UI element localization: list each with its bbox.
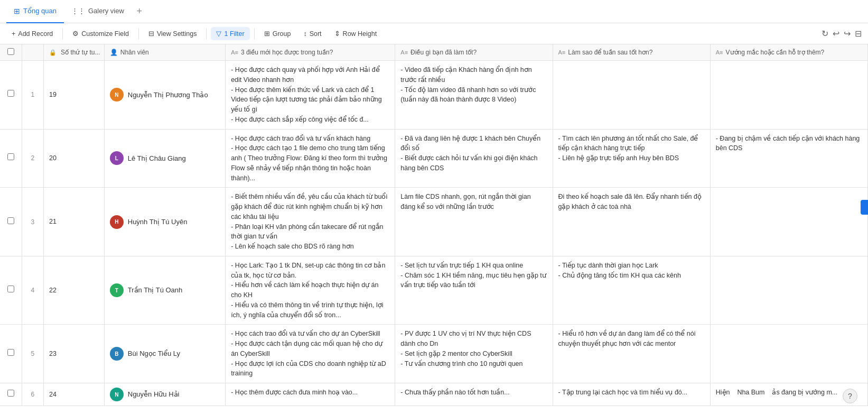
group-label: Group: [273, 30, 291, 38]
row-checkbox-cell: [0, 188, 22, 256]
nhan-vien-header: 👤 Nhân viên: [104, 44, 225, 61]
person-name: Lê Thị Châu Giang: [128, 153, 186, 164]
person-cell: HHuỳnh Thị Tú Uyên: [104, 188, 225, 256]
table-row: 624NNguyễn Hữu Hải- Học thêm được cách đ…: [0, 383, 868, 406]
text-icon-4: A≡: [716, 49, 723, 56]
row-checkbox[interactable]: [7, 90, 14, 97]
avatar: B: [110, 347, 124, 361]
add-record-button[interactable]: + Add Record: [6, 27, 58, 40]
row-checkbox-cell: [0, 61, 22, 130]
row-checkbox[interactable]: [7, 153, 14, 160]
undo-icon[interactable]: ↩: [833, 29, 839, 39]
row-checkbox[interactable]: [7, 286, 14, 292]
stt-header: 🔒 Số thứ tự tu...: [44, 44, 105, 61]
table-row: 321HHuỳnh Thị Tú Uyên- Biết thêm nhiều v…: [0, 188, 868, 256]
3-dieu-cell: - Học Lark: Tạo 1 tk DN, set-up các thôn…: [226, 256, 395, 325]
person-cell: NNguyễn Hữu Hải: [104, 383, 225, 406]
more-icon[interactable]: ⊟: [855, 29, 862, 39]
dieu-gi-cell: - Chưa thấy phần nào tốt hơn tuần...: [395, 383, 553, 406]
3-dieu-cell: - Học được cách trao đổi và tư vấn khách…: [226, 129, 395, 188]
table-header-row: 🔒 Số thứ tự tu... 👤 Nhân viên A≡ 3 điều …: [0, 44, 868, 61]
dieu-gi-cell: - Đã và đang liên hệ được 1 khách bên Ch…: [395, 129, 553, 188]
customize-field-label: Customize Field: [81, 30, 129, 38]
row-number: 6: [22, 383, 43, 406]
row-checkbox-cell: [0, 325, 22, 383]
toolbar-right: ↻ ↩ ↪ ⊟: [822, 29, 862, 39]
row-checkbox[interactable]: [7, 349, 14, 356]
dieu-gi-cell: - Set lịch tư vấn trực tiếp 1 KH qua onl…: [395, 256, 553, 325]
group-icon: ⊞: [264, 30, 270, 38]
vuong-mac-cell: [710, 61, 867, 130]
row-checkbox-cell: [0, 129, 22, 188]
table-row: 523BBùi Ngọc Tiểu Ly- Học cách trao đổi …: [0, 325, 868, 383]
row-checkbox-cell: [0, 256, 22, 325]
toolbar: + Add Record ⚙ Customize Field ⊟ View Se…: [0, 23, 868, 44]
id-cell: 21: [44, 188, 105, 256]
person-name: Bùi Ngọc Tiểu Ly: [128, 348, 180, 359]
id-cell: 22: [44, 256, 105, 325]
avatar: N: [110, 88, 124, 102]
text-icon-2: A≡: [400, 49, 408, 56]
lam-sao-cell: [553, 61, 710, 130]
dieu-gi-header: A≡ Điều gì bạn đã làm tốt?: [395, 44, 553, 61]
redo-icon[interactable]: ↪: [844, 29, 851, 39]
lam-sao-cell: - Tập trung lại cách học và tìm hiểu vụ …: [553, 383, 710, 406]
person-cell: TTrần Thị Tú Oanh: [104, 256, 225, 325]
vuong-mac-cell: [710, 188, 867, 256]
row-number: 1: [22, 61, 43, 130]
grid-icon: ⊞: [14, 7, 20, 15]
checkbox-header[interactable]: [0, 44, 22, 61]
row-checkbox[interactable]: [7, 390, 14, 397]
tab-tong-quan-label: Tổng quan: [23, 7, 57, 15]
row-height-button[interactable]: ⇕ Row Height: [329, 27, 382, 40]
avatar: N: [110, 388, 124, 401]
3-dieu-cell: - Học cách trao đổi và tư vấn cho dự án …: [226, 325, 395, 383]
filter-button[interactable]: ▽ 1 Filter: [211, 27, 249, 40]
add-tab-button[interactable]: +: [132, 4, 147, 20]
tab-galery-view[interactable]: ⋮⋮ Galery view: [64, 0, 132, 23]
select-all-checkbox[interactable]: [7, 48, 14, 55]
add-record-label: Add Record: [18, 30, 53, 38]
id-cell: 20: [44, 129, 105, 188]
row-height-label: Row Height: [343, 30, 377, 38]
lam-sao-cell: - Tìm cách lên phương án tốt nhất cho Sa…: [553, 129, 710, 188]
table-row: 119NNguyễn Thị Phương Thảo- Học được các…: [0, 61, 868, 130]
grid4-icon: ⋮⋮: [71, 7, 85, 15]
group-button[interactable]: ⊞ Group: [259, 27, 296, 40]
dieu-gi-cell: - PV được 1 UV cho vị trí NV thực hiện C…: [395, 325, 553, 383]
lam-sao-cell: - Tiếp tục dành thời gian học Lark - Chủ…: [553, 256, 710, 325]
id-cell: 24: [44, 383, 105, 406]
tab-bar: ⊞ Tổng quan ⋮⋮ Galery view +: [0, 0, 868, 23]
table-container: 🔒 Số thứ tự tu... 👤 Nhân viên A≡ 3 điều …: [0, 44, 868, 414]
vuong-mac-cell: [710, 256, 867, 325]
3-dieu-cell: - Học được cách quay và phối hợp với Anh…: [226, 61, 395, 130]
row-number: 3: [22, 188, 43, 256]
vuong-mac-cell: [710, 325, 867, 383]
person-name: Nguyễn Thị Phương Thảo: [128, 90, 208, 100]
dieu-gi-cell: Làm file CDS nhanh, gọn, rút ngắn thời g…: [395, 188, 553, 256]
row-number: 4: [22, 256, 43, 325]
avatar: T: [110, 283, 124, 297]
row-checkbox[interactable]: [7, 217, 14, 224]
tab-tong-quan[interactable]: ⊞ Tổng quan: [6, 0, 64, 23]
sort-button[interactable]: ↕ Sort: [298, 27, 326, 40]
person-name: Trần Thị Tú Oanh: [128, 285, 183, 296]
row-number: 2: [22, 129, 43, 188]
person-name: Nguyễn Hữu Hải: [128, 389, 180, 400]
help-button[interactable]: ?: [843, 389, 857, 403]
customize-field-button[interactable]: ⚙ Customize Field: [67, 27, 134, 40]
sort-icon: ↕: [303, 30, 306, 38]
avatar: L: [110, 151, 124, 165]
plus-icon: +: [12, 30, 15, 38]
row-height-icon: ⇕: [334, 30, 340, 38]
text-icon-1: A≡: [231, 49, 238, 56]
view-settings-icon: ⊟: [148, 30, 154, 38]
blue-accent-dot[interactable]: [861, 200, 868, 215]
toolbar-divider-2: [138, 29, 139, 39]
toolbar-divider-3: [206, 29, 207, 39]
refresh-icon[interactable]: ↻: [822, 29, 828, 39]
tab-galery-view-label: Galery view: [88, 7, 124, 15]
id-cell: 23: [44, 325, 105, 383]
3-dieu-cell: - Biết thêm nhiều vấn đề, yêu cầu của kh…: [226, 188, 395, 256]
view-settings-button[interactable]: ⊟ View Settings: [143, 27, 202, 40]
